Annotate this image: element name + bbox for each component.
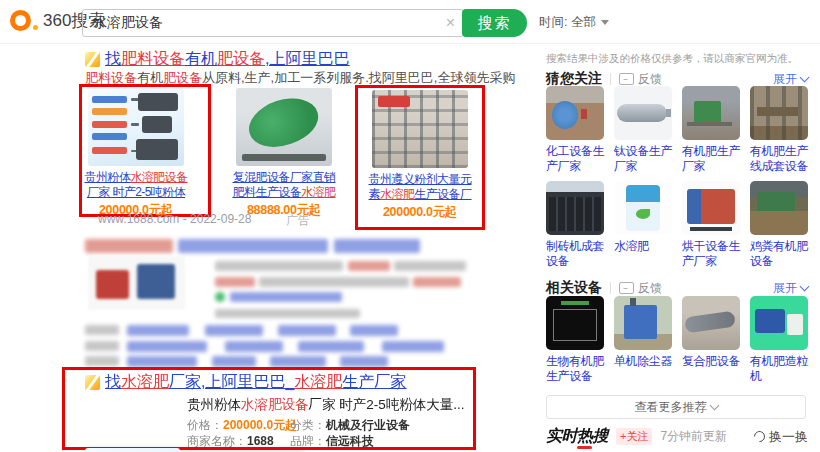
ad-bottom-title-link[interactable]: 找水溶肥厂家,上阿里巴巴_水溶肥生产厂家 bbox=[105, 372, 406, 393]
search-results-page: 360搜索 × 搜索 时间: 全部 找肥料设备有机肥设备,上阿里巴巴 肥料设备有… bbox=[0, 0, 820, 452]
header: 360搜索 × 搜索 时间: 全部 bbox=[0, 0, 820, 44]
related-search-item[interactable]: 化工设备生产厂家 bbox=[546, 86, 604, 174]
ad-bottom-product-image[interactable] bbox=[85, 448, 180, 452]
time-filter-label: 时间: 全部 bbox=[539, 14, 596, 31]
feedback-label: 反馈 bbox=[638, 71, 662, 88]
feedback-icon bbox=[619, 282, 634, 294]
related-search-item[interactable]: 有机肥造粒机 bbox=[750, 296, 808, 384]
blurred-link[interactable] bbox=[350, 325, 398, 336]
related-search-item[interactable]: 烘干设备生产厂家 bbox=[682, 181, 740, 269]
item-thumbnail bbox=[682, 181, 740, 235]
related-section-title: 相关设备 bbox=[546, 279, 602, 297]
product-card-1[interactable]: 贵州粉体水溶肥设备厂家 时产2-5吨粉体 200000.0元起 bbox=[88, 88, 184, 219]
ad-top-title-link[interactable]: 找肥料设备有机肥设备,上阿里巴巴 bbox=[105, 49, 349, 70]
item-thumbnail bbox=[546, 86, 604, 140]
item-thumbnail bbox=[614, 296, 672, 350]
blurred-link[interactable] bbox=[127, 325, 189, 336]
ad-bottom-product-name[interactable]: 贵州粉体水溶肥设备厂家 时产2-5吨粉体大量... bbox=[187, 396, 465, 414]
show-more-button[interactable]: 查看更多推荐 bbox=[546, 395, 806, 419]
item-label: 有机肥生产厂家 bbox=[682, 144, 740, 174]
item-label: 有机肥造粒机 bbox=[750, 354, 808, 384]
refresh-label: 换一换 bbox=[769, 428, 808, 446]
product-card-2[interactable]: 复混肥设备厂家直销 肥料生产设备水溶肥 88888.00元起 bbox=[236, 88, 332, 219]
result-source-url: www.1688.com - 2022-09-28 bbox=[98, 212, 251, 226]
time-filter-dropdown[interactable]: 时间: 全部 bbox=[539, 14, 609, 31]
desc-segment: 有机 bbox=[137, 70, 163, 85]
chevron-down-icon bbox=[601, 20, 609, 25]
related-search-item[interactable]: 水溶肥 bbox=[614, 181, 672, 269]
expand-button[interactable]: 展开 bbox=[773, 71, 808, 88]
blurred-link[interactable] bbox=[225, 341, 283, 352]
hot-search-bar: 实时热搜 +关注 7分钟前更新 换一换 bbox=[546, 426, 808, 447]
blurred-url bbox=[215, 309, 360, 318]
related-section-header: 相关设备 反馈 展开 bbox=[546, 279, 808, 297]
item-thumbnail bbox=[614, 86, 672, 140]
related-search-item[interactable]: 有机肥生产厂家 bbox=[682, 86, 740, 174]
divider bbox=[610, 282, 611, 294]
follow-badge[interactable]: +关注 bbox=[616, 428, 652, 445]
related-search-item[interactable]: 生物有机肥生产设备 bbox=[546, 296, 604, 384]
feedback-button[interactable]: 反馈 bbox=[619, 280, 662, 297]
search-button[interactable]: 搜索 bbox=[462, 9, 527, 37]
related-search-item[interactable]: 复合肥设备 bbox=[682, 296, 740, 384]
blurred-link[interactable] bbox=[127, 356, 197, 367]
seller-label: 商家名称： bbox=[187, 434, 247, 448]
blurred-link[interactable] bbox=[340, 356, 388, 367]
blurred-link[interactable] bbox=[212, 356, 256, 367]
hot-search-title: 实时热搜 bbox=[546, 426, 608, 447]
blurred-result-thumbnail bbox=[88, 256, 185, 310]
clear-search-icon[interactable]: × bbox=[446, 15, 455, 31]
item-label: 钛设备生产厂家 bbox=[614, 144, 672, 174]
title-segment: 有机 bbox=[185, 50, 217, 67]
blurred-title-link[interactable] bbox=[334, 239, 420, 253]
guess-grid-row-1: 化工设备生产厂家 钛设备生产厂家 有机肥生产厂家 有机肥生产线成套设备 bbox=[546, 86, 808, 174]
search-input[interactable] bbox=[91, 14, 446, 32]
blurred-link[interactable] bbox=[205, 325, 263, 336]
desc-segment: 从原料,生产,加工一系列服务.找阿里巴巴,全球领先采购批发平台! bbox=[202, 70, 515, 85]
name-segment-highlight: 水溶肥设备 bbox=[241, 397, 309, 412]
seller-field: 商家名称：1688 bbox=[187, 433, 274, 450]
360-logo-dot-icon bbox=[33, 25, 38, 30]
product-card-price: 200000.0元起 bbox=[372, 204, 468, 221]
blurred-title-link[interactable] bbox=[178, 239, 328, 253]
blurred-row-label bbox=[85, 356, 119, 366]
item-label: 生物有机肥生产设备 bbox=[546, 354, 604, 384]
related-search-item[interactable]: 钛设备生产厂家 bbox=[614, 86, 672, 174]
expand-button[interactable]: 展开 bbox=[773, 280, 808, 297]
item-thumbnail bbox=[546, 181, 604, 235]
title-segment-highlight: 肥设备 bbox=[217, 50, 265, 67]
item-label: 制砖机成套设备 bbox=[546, 239, 604, 269]
feedback-button[interactable]: 反馈 bbox=[619, 71, 662, 88]
title-segment: 找 bbox=[105, 50, 121, 67]
product-image bbox=[372, 90, 468, 168]
category-label: 分类： bbox=[290, 418, 326, 432]
product-card-title: 贵州遵义粉剂大量元素水溶肥生产设备厂 bbox=[366, 172, 474, 202]
related-search-item[interactable]: 单机除尘器 bbox=[614, 296, 672, 384]
item-thumbnail bbox=[750, 86, 808, 140]
blurred-link[interactable] bbox=[298, 341, 364, 352]
blurred-site-link[interactable] bbox=[230, 292, 342, 302]
search-box[interactable]: × bbox=[82, 9, 464, 37]
feedback-icon bbox=[619, 73, 634, 85]
related-search-item[interactable]: 制砖机成套设备 bbox=[546, 181, 604, 269]
refresh-button[interactable]: 换一换 bbox=[754, 428, 808, 446]
related-search-item[interactable]: 鸡粪有机肥设备 bbox=[750, 181, 808, 269]
guess-grid-row-2: 制砖机成套设备 水溶肥 烘干设备生产厂家 鸡粪有机肥设备 bbox=[546, 181, 808, 269]
blurred-link[interactable] bbox=[270, 356, 326, 367]
item-thumbnail bbox=[682, 296, 740, 350]
chevron-down-icon bbox=[800, 282, 810, 292]
item-label: 单机除尘器 bbox=[614, 354, 672, 369]
blurred-row-label bbox=[85, 325, 119, 335]
blurred-desc-highlight bbox=[413, 277, 461, 287]
title-segment: 找 bbox=[105, 373, 121, 390]
blurred-link[interactable] bbox=[127, 341, 207, 352]
item-thumbnail bbox=[750, 181, 808, 235]
sidebar: 搜索结果中涉及的价格仅供参考，请以商家官网为准。 猜您关注 反馈 展开 化工设备… bbox=[546, 52, 808, 452]
related-search-item[interactable]: 有机肥生产线成套设备 bbox=[750, 86, 808, 174]
brand-value: 信远科技 bbox=[326, 434, 374, 448]
blurred-link[interactable] bbox=[278, 325, 336, 336]
title-segment: 生产厂家 bbox=[342, 373, 406, 390]
updated-timestamp: 7分钟前更新 bbox=[660, 428, 727, 445]
blurred-link[interactable] bbox=[382, 341, 444, 352]
product-card-3[interactable]: 贵州遵义粉剂大量元素水溶肥生产设备厂 200000.0元起 bbox=[372, 90, 468, 221]
